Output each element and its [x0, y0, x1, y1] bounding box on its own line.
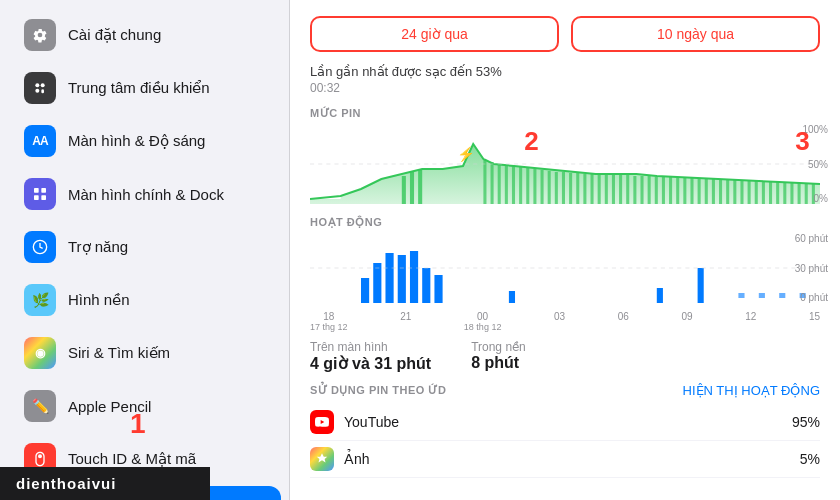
svg-rect-19 — [505, 165, 508, 204]
sidebar-item-man-hinh-chinh-dock[interactable]: Màn hình chính & Dock — [8, 168, 281, 220]
svg-rect-32 — [598, 174, 601, 204]
svg-rect-38 — [640, 176, 643, 204]
svg-rect-42 — [669, 177, 672, 204]
svg-rect-35 — [619, 175, 622, 204]
sidebar-icon-man-hinh-do-sang: AA — [24, 125, 56, 157]
battery-chart-container: ⚡ — [310, 124, 820, 204]
time-15: 15 — [809, 311, 820, 322]
sidebar-label-tro-nang: Trợ năng — [68, 238, 128, 256]
svg-rect-25 — [548, 171, 551, 204]
svg-rect-57 — [776, 182, 779, 204]
svg-rect-44 — [683, 178, 686, 204]
svg-rect-14 — [410, 172, 414, 204]
svg-rect-43 — [676, 178, 679, 204]
svg-rect-13 — [402, 176, 406, 204]
date-17thg12: 17 thg 12 — [310, 322, 348, 332]
svg-point-0 — [35, 83, 39, 87]
brand-banner: dienthoaivui — [0, 467, 210, 500]
sidebar-item-hinh-nen[interactable]: 🌿Hình nền — [8, 274, 281, 326]
sidebar-icon-siri-tim-kiem: ◉ — [24, 337, 56, 369]
svg-rect-36 — [626, 175, 629, 204]
sidebar-item-man-hinh-do-sang[interactable]: AAMàn hình & Độ sáng — [8, 115, 281, 167]
sidebar-label-cai-dat-chung: Cài đặt chung — [68, 26, 161, 44]
sidebar-label-hinh-nen: Hình nền — [68, 291, 130, 309]
svg-rect-34 — [612, 175, 615, 204]
sidebar-icon-man-hinh-chinh-dock — [24, 178, 56, 210]
svg-rect-68 — [410, 251, 418, 303]
main-content: 24 giờ qua 10 ngày qua Lần gần nhất được… — [290, 0, 840, 500]
time-period-buttons: 24 giờ qua 10 ngày qua — [310, 16, 820, 52]
svg-rect-46 — [698, 179, 701, 204]
svg-rect-21 — [519, 167, 522, 204]
sidebar-icon-cai-dat-chung — [24, 19, 56, 51]
svg-rect-30 — [583, 174, 586, 204]
sidebar-label-man-hinh-do-sang: Màn hình & Độ sáng — [68, 132, 205, 150]
battery-status: Lần gần nhất được sạc đến 53% — [310, 64, 820, 79]
svg-rect-74 — [738, 293, 744, 298]
sidebar-icon-trung-tam-dieu-khien — [24, 72, 56, 104]
time-18: 18 — [323, 311, 334, 322]
svg-rect-48 — [712, 179, 715, 204]
svg-point-2 — [35, 89, 39, 93]
svg-rect-54 — [755, 181, 758, 204]
svg-rect-75 — [759, 293, 765, 298]
section-muc-pin: MỨC PIN — [310, 107, 820, 120]
svg-rect-23 — [533, 169, 536, 204]
svg-rect-33 — [605, 175, 608, 204]
svg-rect-76 — [779, 293, 785, 298]
sidebar-icon-tro-nang — [24, 231, 56, 263]
screen-on-value: 4 giờ và 31 phút — [310, 354, 431, 373]
svg-rect-20 — [512, 166, 515, 204]
sidebar-icon-hinh-nen: 🌿 — [24, 284, 56, 316]
section-hoat-dong: HOẠT ĐỘNG — [310, 216, 820, 229]
svg-rect-17 — [491, 162, 494, 204]
svg-rect-70 — [434, 275, 442, 303]
sidebar-item-cai-dat-chung[interactable]: Cài đặt chung — [8, 9, 281, 61]
svg-rect-60 — [798, 183, 801, 204]
svg-rect-71 — [509, 291, 515, 303]
sidebar-item-trung-tam-dieu-khien[interactable]: Trung tâm điều khiển — [8, 62, 281, 114]
time-06: 06 — [618, 311, 629, 322]
svg-rect-45 — [690, 178, 693, 204]
sidebar-icon-apple-pencil: ✏️ — [24, 390, 56, 422]
time-00: 00 — [477, 311, 488, 322]
app-row-youtube: YouTube 95% — [310, 404, 820, 441]
photos-label: Ảnh — [344, 451, 790, 467]
svg-rect-72 — [657, 288, 663, 303]
screen-bg-label: Trong nền — [471, 340, 526, 354]
svg-rect-5 — [41, 188, 46, 193]
svg-rect-26 — [555, 172, 558, 204]
svg-rect-24 — [541, 170, 544, 204]
svg-rect-59 — [790, 183, 793, 204]
btn-24h[interactable]: 24 giờ qua — [310, 16, 559, 52]
screen-bg-item: Trong nền 8 phút — [471, 340, 526, 373]
youtube-label: YouTube — [344, 414, 782, 430]
svg-rect-66 — [385, 253, 393, 303]
sidebar-label-siri-tim-kiem: Siri & Tìm kiếm — [68, 344, 170, 362]
svg-rect-47 — [705, 179, 708, 204]
screen-on-item: Trên màn hình 4 giờ và 31 phút — [310, 340, 431, 373]
svg-rect-49 — [719, 180, 722, 204]
app-row-anh: Ảnh 5% — [310, 441, 820, 478]
sidebar-label-touch-id-mat-ma: Touch ID & Mật mã — [68, 450, 196, 468]
svg-text:⚡: ⚡ — [457, 145, 475, 163]
youtube-percent: 95% — [792, 414, 820, 430]
number-3-label: 3 — [795, 126, 809, 157]
app-usage-title: SỬ DỤNG PIN THEO ỨD — [310, 384, 446, 397]
app-usage-link[interactable]: HIỆN THỊ HOẠT ĐỘNG — [683, 383, 820, 398]
svg-rect-77 — [800, 293, 806, 298]
svg-rect-56 — [769, 182, 772, 204]
svg-rect-18 — [498, 164, 501, 204]
date-18thg12: 18 thg 12 — [464, 322, 502, 332]
btn-10d[interactable]: 10 ngày qua — [571, 16, 820, 52]
svg-rect-73 — [698, 268, 704, 303]
svg-rect-29 — [576, 173, 579, 204]
time-09: 09 — [681, 311, 692, 322]
number-1-label: 1 — [130, 408, 146, 440]
sidebar-item-siri-tim-kiem[interactable]: ◉Siri & Tìm kiếm — [8, 327, 281, 379]
sidebar-item-tro-nang[interactable]: Trợ năng — [8, 221, 281, 273]
svg-rect-55 — [762, 182, 765, 204]
sidebar-label-trung-tam-dieu-khien: Trung tâm điều khiển — [68, 79, 210, 97]
svg-rect-53 — [748, 181, 751, 204]
number-2-label: 2 — [524, 126, 538, 157]
